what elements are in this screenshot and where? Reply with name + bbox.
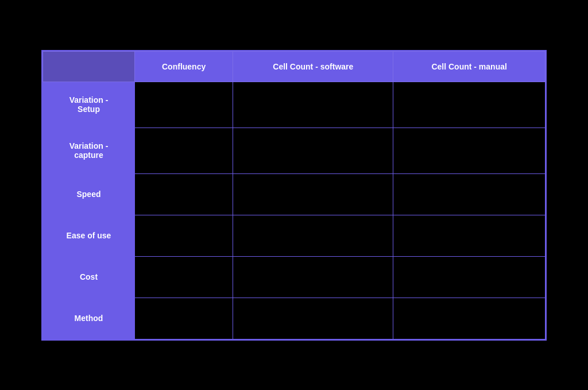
cell-method-software <box>233 298 393 339</box>
table-header-row: Confluency Cell Count - software Cell Co… <box>43 51 546 82</box>
comparison-table-wrapper: Confluency Cell Count - software Cell Co… <box>41 50 547 341</box>
cell-variation-setup-confluency <box>135 82 233 128</box>
header-cell-count-manual: Cell Count - manual <box>393 51 546 82</box>
comparison-table: Confluency Cell Count - software Cell Co… <box>42 51 546 339</box>
header-confluency: Confluency <box>135 51 233 82</box>
table-row: Variation -capture <box>43 128 546 173</box>
table-row: Method <box>43 298 546 339</box>
cell-variation-setup-software <box>233 82 393 128</box>
header-cell-count-software: Cell Count - software <box>233 51 393 82</box>
cell-cost-manual <box>393 256 546 298</box>
row-label-cost: Cost <box>43 256 135 298</box>
cell-variation-setup-manual <box>393 82 546 128</box>
cell-variation-capture-manual <box>393 128 546 173</box>
cell-ease-manual <box>393 215 546 256</box>
cell-cost-software <box>233 256 393 298</box>
row-label-variation-capture: Variation -capture <box>43 128 135 173</box>
cell-method-confluency <box>135 298 233 339</box>
cell-cost-confluency <box>135 256 233 298</box>
table-row: Ease of use <box>43 215 546 256</box>
cell-speed-manual <box>393 173 546 215</box>
cell-ease-software <box>233 215 393 256</box>
row-label-variation-setup: Variation -Setup <box>43 82 135 128</box>
table-row: Variation -Setup <box>43 82 546 128</box>
cell-variation-capture-software <box>233 128 393 173</box>
cell-speed-confluency <box>135 173 233 215</box>
cell-speed-software <box>233 173 393 215</box>
cell-variation-capture-confluency <box>135 128 233 173</box>
table-row: Cost <box>43 256 546 298</box>
table-row: Speed <box>43 173 546 215</box>
header-row-label <box>43 51 135 82</box>
row-label-ease-of-use: Ease of use <box>43 215 135 256</box>
cell-method-manual <box>393 298 546 339</box>
cell-ease-confluency <box>135 215 233 256</box>
row-label-speed: Speed <box>43 173 135 215</box>
row-label-method: Method <box>43 298 135 339</box>
